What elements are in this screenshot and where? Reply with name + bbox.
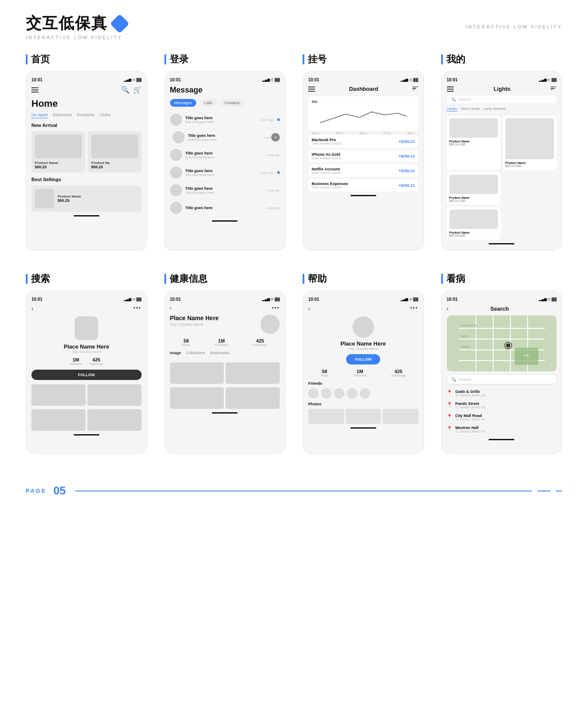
health-gallery-img-3 <box>170 387 224 409</box>
dash-item-3[interactable]: Netflix AccountOrder number #14525 +$256… <box>308 164 418 177</box>
help-profile-city: City, Country Name <box>348 347 378 351</box>
health-category-tabs[interactable]: Image Collections Bookmarks <box>170 351 280 358</box>
lights-category-tabs[interactable]: Lamps Table Lamps Lamp Standee <box>447 107 557 111</box>
dash-item-order-1: Order Number #14525 <box>312 142 342 145</box>
section-title-home: 首页 <box>26 53 147 66</box>
message-item-3[interactable]: Title goes here Sub text goes here a min… <box>170 146 280 164</box>
doctor-back-icon[interactable]: ‹ <box>447 305 449 312</box>
msg-content-5: Title goes here Sub text goes here <box>186 186 263 195</box>
location-addr-2: 72, Eastern Street, UK <box>455 406 486 409</box>
health-tab-collections[interactable]: Collections <box>186 351 205 355</box>
help-followings-label: Followings <box>391 374 405 377</box>
section-title-login: 登录 <box>164 53 286 66</box>
msg-avatar-3 <box>170 149 182 161</box>
help-friends-row <box>308 388 418 398</box>
dash-item-4[interactable]: Business ExpensesOrder number #14526 +$2… <box>308 179 418 191</box>
new-arrival-title: New Arrival <box>31 123 142 128</box>
health-more-icon[interactable]: ••• <box>272 305 280 311</box>
gallery-img-2 <box>87 384 142 406</box>
location-item-1[interactable]: 📍 Gado & Grills 72, Eastern Street, UK <box>447 387 557 399</box>
message-item-4[interactable]: Title goes here Sub text goes here a min… <box>170 164 280 182</box>
lights-menu-icon[interactable] <box>447 86 454 92</box>
light-img-1 <box>449 118 498 138</box>
tab-messages[interactable]: Messages <box>170 99 196 107</box>
lights-tab-lamps[interactable]: Lamps <box>447 107 457 111</box>
tab-on-spark[interactable]: On Spark <box>31 113 48 118</box>
location-item-3[interactable]: 📍 City Mall Road 72, Eastern Street, UK <box>447 411 557 423</box>
msg-dot-4 <box>277 171 280 174</box>
best-selling-card[interactable]: Product Name $50.25 <box>31 185 142 212</box>
tab-electronics[interactable]: Electronics <box>53 113 72 118</box>
search-icon[interactable]: 🔍 <box>121 86 130 94</box>
health-back-icon[interactable]: ‹ <box>170 305 172 311</box>
map-svg: King Edward Ave Paul St N 27th St SHAU <box>447 315 557 371</box>
search-follow-button[interactable]: FOLLOW <box>31 370 142 380</box>
tab-calls[interactable]: Calls <box>200 99 217 107</box>
message-item-6[interactable]: Title goes here a min ago <box>170 199 280 217</box>
location-item-2[interactable]: 📍 Pando Street 72, Eastern Street, UK <box>447 399 557 411</box>
login-bottom-bar <box>212 220 238 222</box>
product-card-1[interactable]: Product Name $50.25 <box>31 131 85 173</box>
home-category-tabs[interactable]: On Spark Electronics Furnitures Cloths <box>31 113 142 118</box>
lights-tab-table[interactable]: Table Lamps <box>461 107 480 111</box>
dashboard-menu-icon[interactable] <box>308 86 315 92</box>
help-followers-val: 1M <box>353 369 366 374</box>
location-icon-4: 📍 <box>447 426 452 431</box>
footer-line-short <box>556 491 562 491</box>
lights-time: 10:01 <box>447 77 458 82</box>
tab-cloths[interactable]: Cloths <box>100 113 111 118</box>
map-area[interactable]: King Edward Ave Paul St N 27th St SHAU <box>447 315 557 371</box>
message-item-2[interactable]: Title goes here Sub text goes here a min… <box>170 129 280 146</box>
health-gallery-img-4 <box>226 387 280 409</box>
doctor-signal-icons: ▂▄▆ ⊙ ▓▓ <box>539 297 557 301</box>
location-item-4[interactable]: 📍 Westren Hall 72, Eastern Street, UK <box>447 423 557 435</box>
help-status-bar: 10:01 ▂▄▆ ⊙ ▓▓ <box>308 297 418 302</box>
lights-tab-standee[interactable]: Lamp Standee <box>483 107 506 111</box>
home-status-bar: 10:01 ▂▄▆ ⊙ ▓▓ <box>31 77 142 82</box>
light-card-tall[interactable]: Product Name $50.14 USD <box>503 116 557 170</box>
light-card-4[interactable]: Product Name $50.14 USD <box>447 207 501 240</box>
home-title: Home <box>31 98 142 109</box>
tab-furnitures[interactable]: Furnitures <box>77 113 95 118</box>
dash-item-1[interactable]: Macbook ProOrder Number #14525 +$256.21 <box>308 135 418 148</box>
message-item-5[interactable]: Title goes here Sub text goes here a min… <box>170 182 280 199</box>
lights-search-text: Search <box>458 97 471 102</box>
health-tab-bookmarks[interactable]: Bookmarks <box>210 351 230 355</box>
header-right-text: INTERACTIVE LOW FIDELITY <box>466 24 562 29</box>
filter-icon[interactable] <box>412 86 418 92</box>
help-more-icon[interactable]: ••• <box>410 305 418 312</box>
search-profile-avatar <box>74 316 98 340</box>
msg-time-4: a min ago <box>260 171 274 174</box>
cart-icon[interactable]: 🛒 <box>133 86 142 94</box>
message-item-1[interactable]: Title goes here Sub text goes here a min… <box>170 111 280 129</box>
search-more-icon[interactable]: ••• <box>133 305 142 312</box>
light-card-1[interactable]: Product Name $50.14 USD <box>447 116 501 170</box>
login-phone: 10:01 ▂▄▆ ⊙ ▓▓ Message Messages Calls Co… <box>164 71 286 251</box>
menu-icon[interactable] <box>31 87 38 93</box>
light-card-3[interactable]: Product Name $50.14 USD <box>447 172 501 205</box>
doctor-status-bar: 10:01 ▂▄▆ ⊙ ▓▓ <box>447 297 557 302</box>
dashboard-chart: 500 04/12 05/12 06/12 07/12 08/12 <box>308 96 418 131</box>
health-status-bar: 10:01 ▂▄▆ ⊙ ▓▓ <box>170 297 280 302</box>
lights-search-box[interactable]: 🔍 Search <box>447 96 557 103</box>
message-tabs[interactable]: Messages Calls Contacts <box>170 99 280 107</box>
help-follow-button[interactable]: FOLLOW <box>346 354 380 364</box>
login-time: 10:01 <box>170 77 181 82</box>
health-tab-image[interactable]: Image <box>170 351 181 355</box>
doctor-nav-title: Search <box>490 306 509 312</box>
lights-filter-icon[interactable] <box>551 86 557 92</box>
help-back-icon[interactable]: ‹ <box>308 305 310 312</box>
search-back-icon[interactable]: ‹ <box>31 305 34 312</box>
msg-avatar-1 <box>170 114 182 126</box>
map-search-bar[interactable]: 🔍 Search <box>447 375 557 384</box>
product-card-2[interactable]: Product Na $50.25 <box>88 131 142 173</box>
search-followings-val: 425 <box>89 357 103 362</box>
gallery-img-1 <box>31 384 86 406</box>
msg-time-3: a min ago <box>266 154 280 157</box>
tab-contacts[interactable]: Contacts <box>220 99 244 107</box>
msg-delete-btn-2[interactable]: ✕ <box>271 133 280 142</box>
home-action-icons[interactable]: 🔍 🛒 <box>121 86 142 94</box>
dash-item-2[interactable]: iPhone Xs GoldOrder number #14525 +$256.… <box>308 150 418 162</box>
health-gallery-img-1 <box>170 362 224 384</box>
home-signal-icons: ▂▄▆ ⊙ ▓▓ <box>124 78 142 82</box>
